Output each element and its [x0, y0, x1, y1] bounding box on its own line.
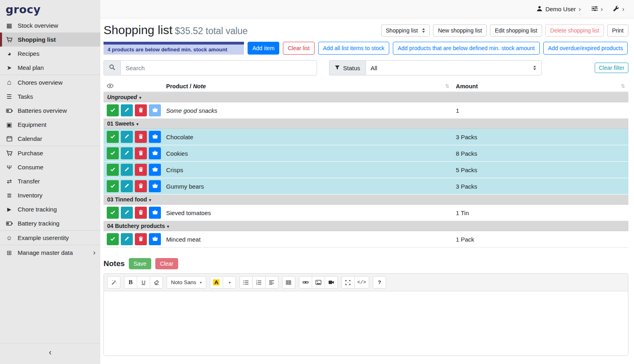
- mark-done-button[interactable]: [107, 164, 119, 176]
- edit-item-button[interactable]: [121, 207, 133, 219]
- sidebar-item-transfer[interactable]: ⇄ Transfer: [0, 174, 100, 188]
- sidebar-item-equipment[interactable]: ▣ Equipment: [0, 118, 100, 132]
- paragraph-style-button[interactable]: [265, 276, 278, 289]
- print-button[interactable]: Print: [607, 24, 628, 37]
- delete-item-button[interactable]: [135, 180, 147, 192]
- edit-item-button[interactable]: [121, 164, 133, 176]
- delete-item-button[interactable]: [135, 131, 147, 143]
- sidebar-item-chore-tracking[interactable]: ▶ Chore tracking: [0, 202, 100, 216]
- save-notes-button[interactable]: Save: [129, 258, 151, 269]
- bold-button[interactable]: B: [124, 276, 137, 289]
- edit-item-button[interactable]: [121, 180, 133, 192]
- add-to-stock-button[interactable]: [149, 180, 161, 192]
- clear-filter-button[interactable]: Clear filter: [595, 63, 628, 73]
- sidebar-item-consume[interactable]: Ψ Consume: [0, 160, 100, 174]
- column-amount[interactable]: Amount: [456, 83, 478, 89]
- sidebar-item-manage-master-data[interactable]: ⊞ Manage master data ›: [0, 245, 100, 260]
- shopping-list-select[interactable]: Shopping list: [381, 24, 430, 37]
- edit-item-button[interactable]: [121, 233, 133, 245]
- mark-done-button[interactable]: [107, 104, 119, 116]
- sidebar-item-shopping-list[interactable]: Shopping list: [0, 33, 100, 47]
- mark-done-button[interactable]: [107, 180, 119, 192]
- clear-notes-button[interactable]: Clear: [155, 258, 178, 269]
- font-family-button[interactable]: Noto Sans▾: [167, 276, 206, 289]
- fullscreen-button[interactable]: [341, 276, 355, 289]
- edit-item-button[interactable]: [121, 147, 133, 159]
- sort-amount-icon[interactable]: ⇅: [621, 83, 625, 89]
- mark-done-button[interactable]: [107, 233, 119, 245]
- sidebar-item-chores-overview[interactable]: ⌂ Chores overview: [0, 75, 100, 89]
- sidebar-item-meal-plan[interactable]: ➤ Meal plan: [0, 61, 100, 75]
- cart-icon: [5, 150, 14, 157]
- picture-button[interactable]: [312, 276, 325, 289]
- group-header-row[interactable]: 04 Butchery products▾: [104, 221, 628, 231]
- link-button[interactable]: [299, 276, 312, 289]
- unordered-list-button[interactable]: [240, 276, 253, 289]
- sidebar-item-batteries-overview[interactable]: Batteries overview: [0, 104, 100, 118]
- sidebar-item-recipes[interactable]: ◕ Recipes: [0, 47, 100, 61]
- delete-item-button[interactable]: [135, 104, 147, 116]
- sidebar-item-example-userentity[interactable]: ☺ Example userentity: [0, 231, 100, 245]
- color-caret-button[interactable]: ▾: [223, 276, 236, 289]
- code-view-button[interactable]: </>: [354, 276, 370, 289]
- table-button[interactable]: [282, 276, 295, 289]
- help-button[interactable]: ?: [373, 276, 386, 289]
- settings-menu[interactable]: ›: [591, 6, 603, 12]
- group-name: 03 Tinned food: [107, 196, 147, 203]
- add-item-button[interactable]: Add item: [248, 42, 279, 55]
- sort-product-icon[interactable]: ⇅: [445, 83, 449, 89]
- edit-item-button[interactable]: [121, 131, 133, 143]
- notes-editor-area[interactable]: [104, 291, 628, 356]
- group-header-row[interactable]: Ungrouped▾: [104, 92, 628, 102]
- magic-style-button[interactable]: [107, 276, 120, 289]
- add-to-stock-button[interactable]: [149, 131, 161, 143]
- app-logo[interactable]: grocy: [0, 0, 100, 18]
- ordered-list-button[interactable]: 123: [252, 276, 266, 289]
- sidebar-item-battery-tracking[interactable]: Battery tracking: [0, 216, 100, 231]
- highlight-color-button[interactable]: A: [210, 276, 223, 289]
- group-header-row[interactable]: 03 Tinned food▾: [104, 195, 628, 205]
- edit-item-button[interactable]: [121, 104, 133, 116]
- clear-list-button[interactable]: Clear list: [283, 42, 314, 55]
- add-to-stock-button[interactable]: [149, 147, 161, 159]
- underline-button[interactable]: U: [137, 276, 150, 289]
- user-menu[interactable]: Demo User ›: [536, 6, 581, 13]
- eraser-button[interactable]: [150, 276, 163, 289]
- add-to-stock-button[interactable]: [149, 207, 161, 219]
- below-min-stock-banner[interactable]: 4 products are below defined min. stock …: [104, 42, 244, 55]
- column-product[interactable]: Product /: [166, 83, 191, 89]
- sidebar-item-inventory[interactable]: ≣ Inventory: [0, 188, 100, 202]
- mark-done-button[interactable]: [107, 131, 119, 143]
- add-overdue-button[interactable]: Add overdue/expired products: [543, 42, 628, 55]
- status-select[interactable]: All: [366, 60, 542, 75]
- search-input[interactable]: [120, 60, 317, 75]
- new-shopping-list-button[interactable]: New shopping list: [433, 24, 487, 37]
- sidebar-item-stock-overview[interactable]: ▦ Stock overview: [0, 18, 100, 33]
- delete-shopping-list-button[interactable]: Delete shopping list: [545, 24, 604, 37]
- sidebar-item-purchase[interactable]: Purchase: [0, 146, 100, 160]
- admin-menu[interactable]: ›: [613, 6, 624, 13]
- add-below-min-stock-button[interactable]: Add products that are below defined min.…: [393, 42, 540, 55]
- eye-icon[interactable]: [107, 83, 114, 89]
- delete-item-button[interactable]: [135, 147, 147, 159]
- mark-done-button[interactable]: [107, 147, 119, 159]
- shopping-list-row: Gummy bears 3 Packs: [104, 178, 628, 195]
- sidebar-item-label: Transfer: [18, 178, 40, 185]
- pencil-icon: [124, 167, 130, 173]
- add-all-to-stock-button[interactable]: Add all list items to stock: [318, 42, 389, 55]
- add-to-stock-button[interactable]: [149, 164, 161, 176]
- delete-item-button[interactable]: [135, 207, 147, 219]
- sidebar-collapse-button[interactable]: ‹: [0, 343, 100, 364]
- edit-shopping-list-button[interactable]: Edit shopping list: [490, 24, 542, 37]
- column-note[interactable]: Note: [193, 83, 206, 89]
- delete-item-button[interactable]: [135, 164, 147, 176]
- add-to-stock-button[interactable]: [149, 104, 161, 116]
- delete-item-button[interactable]: [135, 233, 147, 245]
- sidebar-item-calendar[interactable]: Calendar: [0, 132, 100, 146]
- sidebar-item-tasks[interactable]: ☰ Tasks: [0, 89, 100, 104]
- mark-done-button[interactable]: [107, 207, 119, 219]
- group-header-row[interactable]: 01 Sweets▾: [104, 119, 628, 129]
- basket-icon: [152, 209, 158, 216]
- add-to-stock-button[interactable]: [149, 233, 161, 245]
- video-button[interactable]: [325, 276, 338, 289]
